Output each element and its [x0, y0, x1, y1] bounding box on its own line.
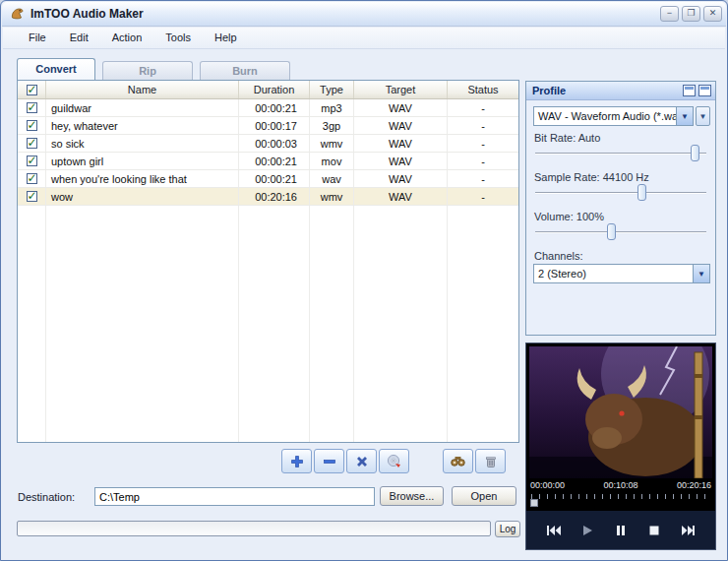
- row-duration: 00:00:03: [239, 135, 310, 152]
- profile-format-select[interactable]: WAV - Waveform Audio (*.wa ▼: [533, 106, 694, 126]
- previous-button[interactable]: [544, 522, 565, 539]
- window-title: ImTOO Audio Maker: [30, 7, 657, 21]
- open-button[interactable]: Open: [452, 486, 516, 506]
- search-files-button[interactable]: [443, 449, 473, 473]
- tab-rip[interactable]: Rip: [102, 61, 193, 80]
- volume-slider[interactable]: [535, 223, 706, 241]
- remove-file-button[interactable]: [314, 449, 344, 473]
- row-name: hey, whatever: [46, 117, 239, 134]
- column-duration[interactable]: Duration: [239, 81, 310, 98]
- row-target: WAV: [354, 99, 448, 116]
- column-type[interactable]: Type: [310, 81, 354, 98]
- pause-button[interactable]: [611, 522, 632, 539]
- menu-bar: File Edit Action Tools Help: [3, 28, 725, 49]
- column-name[interactable]: Name: [46, 81, 239, 98]
- table-row[interactable]: when you're looking like that 00:00:21 w…: [18, 170, 518, 188]
- row-duration: 00:00:21: [239, 170, 310, 187]
- next-button[interactable]: [678, 522, 698, 539]
- stop-button[interactable]: [644, 522, 665, 539]
- close-icon[interactable]: ✕: [703, 6, 722, 22]
- progress-bar: [17, 521, 491, 536]
- time-middle: 00:10:08: [603, 480, 637, 492]
- channels-value: 2 (Stereo): [534, 265, 693, 282]
- channels-select[interactable]: 2 (Stereo) ▼: [533, 264, 710, 283]
- tab-convert[interactable]: Convert: [17, 58, 95, 80]
- profile-expand-button[interactable]: ▼: [696, 106, 710, 126]
- channels-label: Channels:: [534, 250, 583, 262]
- menu-file[interactable]: File: [17, 30, 58, 46]
- profile-header: Profile: [526, 82, 715, 100]
- sample-rate-slider[interactable]: [535, 184, 706, 202]
- column-target[interactable]: Target: [354, 81, 448, 98]
- profile-panel: Profile WAV - Waveform Audio (*.wa ▼ ▼ B…: [525, 81, 716, 336]
- video-preview: [529, 346, 712, 478]
- seek-ticks: [531, 494, 710, 499]
- table-row-selected[interactable]: wow 00:20:16 wmv WAV -: [18, 188, 518, 206]
- row-name: wow: [46, 188, 239, 205]
- play-button[interactable]: [577, 522, 598, 539]
- clear-list-button[interactable]: [346, 449, 377, 473]
- row-checkbox[interactable]: [27, 120, 37, 131]
- select-all-checkbox[interactable]: [27, 85, 37, 95]
- table-row[interactable]: hey, whatever 00:00:17 3gp WAV -: [18, 117, 518, 135]
- volume-label: Volume: 100%: [534, 211, 604, 222]
- cd-convert-icon: [387, 454, 402, 468]
- destination-label: Destination:: [18, 491, 75, 503]
- row-status: -: [448, 117, 518, 134]
- bit-rate-slider[interactable]: [535, 145, 706, 162]
- row-name: when you're looking like that: [46, 170, 239, 187]
- binoculars-icon: [451, 455, 465, 468]
- preview-player: 00:00:00 00:10:08 00:20:16: [525, 343, 716, 550]
- add-file-button[interactable]: [281, 449, 312, 473]
- trash-button[interactable]: [475, 449, 506, 473]
- slider-thumb[interactable]: [637, 184, 646, 201]
- playback-times: 00:00:00 00:10:08 00:20:16: [529, 480, 712, 492]
- profile-title: Profile: [532, 85, 680, 96]
- chevron-down-icon[interactable]: ▼: [676, 107, 693, 125]
- table-row[interactable]: uptown girl 00:00:21 mov WAV -: [18, 153, 518, 170]
- row-status: -: [448, 170, 518, 187]
- seek-bar[interactable]: [529, 493, 712, 508]
- app-icon: [9, 6, 26, 22]
- bit-rate-label: Bit Rate: Auto: [534, 132, 600, 144]
- menu-action[interactable]: Action: [100, 30, 154, 46]
- row-name: guildwar: [46, 99, 239, 116]
- row-target: WAV: [354, 188, 448, 205]
- table-row[interactable]: guildwar 00:00:21 mp3 WAV -: [18, 99, 518, 117]
- convert-button[interactable]: [379, 449, 409, 473]
- menu-edit[interactable]: Edit: [58, 30, 100, 46]
- table-empty-area: [18, 206, 518, 442]
- row-type: mp3: [310, 99, 354, 116]
- maximize-icon[interactable]: ❐: [682, 6, 700, 22]
- row-checkbox[interactable]: [27, 191, 37, 202]
- log-button[interactable]: Log: [495, 521, 520, 537]
- row-name: so sick: [46, 135, 239, 152]
- chevron-down-icon[interactable]: ▼: [693, 265, 709, 282]
- browse-button[interactable]: Browse...: [380, 486, 444, 506]
- row-target: WAV: [354, 170, 448, 187]
- detach-panel-icon[interactable]: [683, 85, 696, 96]
- playback-controls: [526, 511, 715, 549]
- profile-format-value: WAV - Waveform Audio (*.wa: [534, 107, 676, 125]
- destination-input[interactable]: [94, 487, 375, 506]
- row-status: -: [448, 135, 518, 152]
- slider-thumb[interactable]: [607, 223, 616, 240]
- plus-icon: [290, 455, 304, 468]
- table-row[interactable]: so sick 00:00:03 wmv WAV -: [18, 135, 518, 153]
- row-checkbox[interactable]: [27, 173, 37, 184]
- row-type: wmv: [310, 135, 354, 152]
- menu-tools[interactable]: Tools: [153, 30, 203, 46]
- tab-strip: Convert Rip Burn: [17, 56, 290, 80]
- row-checkbox[interactable]: [27, 102, 37, 113]
- seek-thumb[interactable]: [530, 499, 538, 507]
- slider-thumb[interactable]: [691, 145, 699, 161]
- sample-rate-label: Sample Rate: 44100 Hz: [534, 171, 649, 183]
- row-status: -: [448, 99, 518, 116]
- row-checkbox[interactable]: [27, 138, 37, 149]
- row-checkbox[interactable]: [27, 156, 37, 166]
- column-status[interactable]: Status: [448, 81, 518, 98]
- minimize-icon[interactable]: −: [660, 6, 679, 22]
- tab-burn[interactable]: Burn: [200, 61, 290, 80]
- menu-help[interactable]: Help: [203, 30, 249, 46]
- collapse-panel-icon[interactable]: [698, 85, 711, 96]
